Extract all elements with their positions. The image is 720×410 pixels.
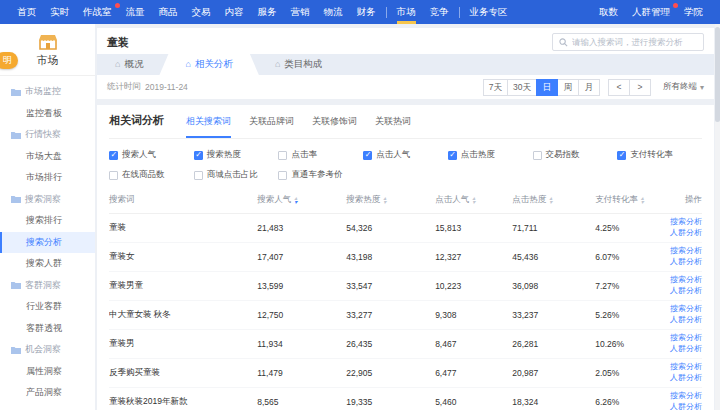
filter-mall-click-share[interactable]: 商城点击占比 <box>194 169 279 181</box>
sidebar-item-search-insight[interactable]: 搜索洞察 <box>0 189 95 211</box>
nav-market[interactable]: 市场 <box>390 0 423 24</box>
checkbox-unchecked-icon[interactable] <box>278 171 287 180</box>
checkbox-unchecked-icon[interactable] <box>533 151 542 160</box>
audience-analysis-link[interactable]: 人群分析 <box>670 228 702 239</box>
search-analysis-link[interactable]: 搜索分析 <box>670 275 702 286</box>
nav-logistics[interactable]: 物流 <box>317 0 350 24</box>
filter-trade-index[interactable]: 交易指数 <box>533 149 618 161</box>
audience-analysis-link[interactable]: 人群分析 <box>670 344 702 355</box>
filter-click-popularity[interactable]: 点击人气 <box>363 149 448 161</box>
search-analysis-link[interactable]: 搜索分析 <box>670 217 702 228</box>
filter-search-popularity[interactable]: 搜索人气 <box>109 149 194 161</box>
col-header-click-heat[interactable]: 点击热度▴▾ <box>512 194 595 206</box>
audience-analysis-link[interactable]: 人群分析 <box>670 286 702 297</box>
nav-traffic[interactable]: 流量 <box>119 0 152 24</box>
checkbox-checked-icon[interactable] <box>448 151 457 160</box>
nav-trade[interactable]: 交易 <box>185 0 218 24</box>
next-date-button[interactable]: > <box>629 79 651 96</box>
nav-audience-mgmt[interactable]: 人群管理 <box>625 0 677 24</box>
nav-academy[interactable]: 学院 <box>677 0 710 24</box>
nav-realtime[interactable]: 实时 <box>43 0 76 24</box>
sidebar-item-market-quick-view[interactable]: 行情快察 <box>0 124 95 146</box>
tab-related-hot-words[interactable]: 关联热词 <box>375 115 411 138</box>
checkbox-unchecked-icon[interactable] <box>194 171 203 180</box>
nav-content[interactable]: 内容 <box>218 0 251 24</box>
search-analysis-link[interactable]: 搜索分析 <box>670 391 702 402</box>
range-month-button[interactable]: 月 <box>578 79 600 96</box>
sidebar-item-customer-perspective[interactable]: 客群透视 <box>0 318 95 340</box>
nav-war-room[interactable]: 作战室 <box>76 0 119 24</box>
scrollbar-thumb[interactable] <box>715 27 720 122</box>
sidebar-item-opportunity-insight[interactable]: 机会洞察 <box>0 339 95 361</box>
tab-category-composition[interactable]: ⌂ 类目构成 <box>259 54 338 75</box>
nav-home[interactable]: 首页 <box>10 0 43 24</box>
checkbox-checked-icon[interactable] <box>363 151 372 160</box>
tab-related-brand-words[interactable]: 关联品牌词 <box>249 115 294 138</box>
sort-icon[interactable]: ▴▾ <box>383 196 386 205</box>
range-7d-button[interactable]: 7天 <box>483 79 508 96</box>
sidebar-item-customer-insight[interactable]: 客群洞察 <box>0 275 95 297</box>
nav-finance[interactable]: 财务 <box>350 0 383 24</box>
range-30d-button[interactable]: 30天 <box>507 79 537 96</box>
keyword-cell[interactable]: 反季购买童装 <box>109 367 257 379</box>
sidebar-item-market-overview[interactable]: 市场大盘 <box>0 146 95 168</box>
nav-goods[interactable]: 商品 <box>152 0 185 24</box>
checkbox-checked-icon[interactable] <box>617 151 626 160</box>
nav-business-zone[interactable]: 业务专区 <box>463 0 515 24</box>
nav-service[interactable]: 服务 <box>251 0 284 24</box>
keyword-cell[interactable]: 童装 <box>109 222 257 234</box>
sidebar-item-monitor-board[interactable]: 监控看板 <box>0 103 95 125</box>
keyword-cell[interactable]: 童装女 <box>109 251 257 263</box>
filter-click-rate[interactable]: 点击率 <box>278 149 363 161</box>
nav-competition[interactable]: 竞争 <box>423 0 456 24</box>
col-header-search-heat[interactable]: 搜索热度▴▾ <box>346 194 435 206</box>
sort-icon[interactable]: ▴▾ <box>549 196 552 205</box>
col-header-pay-conversion[interactable]: 支付转化率▴▾ <box>595 194 660 206</box>
checkbox-checked-icon[interactable] <box>194 151 203 160</box>
sidebar-item-product-insight[interactable]: 产品洞察 <box>0 382 95 404</box>
sidebar-item-search-analysis[interactable]: 搜索分析 <box>0 232 95 254</box>
range-day-button[interactable]: 日 <box>536 79 558 96</box>
audience-analysis-link[interactable]: 人群分析 <box>670 402 702 410</box>
audience-analysis-link[interactable]: 人群分析 <box>670 373 702 384</box>
col-header-search-popularity[interactable]: 搜索人气▴▾ <box>257 194 346 206</box>
range-week-button[interactable]: 周 <box>557 79 579 96</box>
sidebar-item-attribute-insight[interactable]: 属性洞察 <box>0 361 95 383</box>
filter-pay-conversion[interactable]: 支付转化率 <box>617 149 702 161</box>
sidebar-item-search-ranking[interactable]: 搜索排行 <box>0 210 95 232</box>
audience-analysis-link[interactable]: 人群分析 <box>670 257 702 268</box>
nav-marketing[interactable]: 营销 <box>284 0 317 24</box>
floating-orange-tag[interactable]: 明 <box>0 52 18 69</box>
tab-related-modifier-words[interactable]: 关联修饰词 <box>312 115 357 138</box>
terminal-dropdown[interactable]: 所有终端 ▾ <box>663 81 704 93</box>
tab-related-analysis[interactable]: ⌂ 相关分析 <box>159 54 258 75</box>
checkbox-checked-icon[interactable] <box>109 151 118 160</box>
keyword-search-box[interactable] <box>552 33 704 51</box>
filter-search-heat[interactable]: 搜索热度 <box>194 149 279 161</box>
sidebar-item-industry-customers[interactable]: 行业客群 <box>0 296 95 318</box>
page-scrollbar[interactable] <box>715 24 720 410</box>
search-analysis-link[interactable]: 搜索分析 <box>670 246 702 257</box>
nav-data-extract[interactable]: 取数 <box>592 0 625 24</box>
filter-ztc-reference-price[interactable]: 直通车参考价 <box>278 169 363 181</box>
search-analysis-link[interactable]: 搜索分析 <box>670 362 702 373</box>
sidebar-item-market-monitor[interactable]: 市场监控 <box>0 81 95 103</box>
prev-date-button[interactable]: < <box>608 79 630 96</box>
search-analysis-link[interactable]: 搜索分析 <box>670 333 702 344</box>
sidebar-item-market-ranking[interactable]: 市场排行 <box>0 167 95 189</box>
filter-online-items[interactable]: 在线商品数 <box>109 169 194 181</box>
filter-click-heat[interactable]: 点击热度 <box>448 149 533 161</box>
search-input[interactable] <box>572 37 697 47</box>
search-analysis-link[interactable]: 搜索分析 <box>670 304 702 315</box>
keyword-cell[interactable]: 童装男 <box>109 338 257 350</box>
checkbox-unchecked-icon[interactable] <box>109 171 118 180</box>
checkbox-unchecked-icon[interactable] <box>278 151 287 160</box>
sort-icon[interactable]: ▴▾ <box>472 196 475 205</box>
sidebar-item-search-audience[interactable]: 搜索人群 <box>0 253 95 275</box>
keyword-cell[interactable]: 童装男童 <box>109 280 257 292</box>
audience-analysis-link[interactable]: 人群分析 <box>670 315 702 326</box>
keyword-cell[interactable]: 童装秋装2019年新款 <box>109 396 257 408</box>
sort-icon[interactable]: ▴▾ <box>294 196 297 205</box>
tab-overview[interactable]: ⌂ 概况 <box>99 54 159 75</box>
keyword-cell[interactable]: 中大童女装 秋冬 <box>109 309 257 321</box>
